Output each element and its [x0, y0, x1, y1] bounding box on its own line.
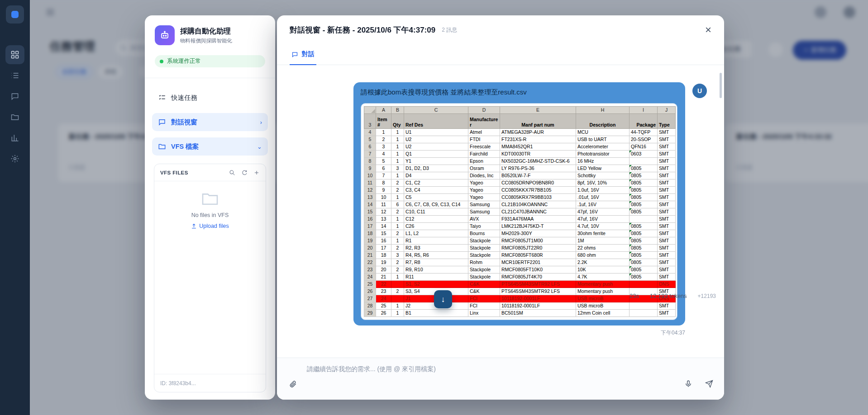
vfs-files-box: VFS FILES No files in VFS Upload files I… [154, 164, 266, 392]
send-button[interactable] [705, 380, 713, 390]
vfs-empty-state: No files in VFS Upload files [154, 191, 266, 231]
usage-stats: 23s 12,193 tokens +12193 [630, 292, 716, 299]
message-input[interactable] [307, 363, 687, 375]
user-avatar: U [692, 84, 707, 98]
assistant-subtitle: 物料報價與採購智能化 [180, 38, 232, 44]
vfs-files-header: VFS FILES [160, 170, 188, 175]
tab-conversation[interactable]: 對話 [290, 44, 316, 65]
bom-spreadsheet-image[interactable]: ABCDEHIJ3Item #QtyRef DesManufacturerMan… [361, 103, 677, 320]
bom-row: 29261B1LinxBC501SM12mm Coin cellSMT [364, 310, 676, 317]
bom-row: 15122C10, C11SamsungCL21C470JBANNNC47pf,… [364, 208, 676, 216]
scroll-to-bottom-button[interactable]: ↓ [434, 290, 452, 308]
tokens-stat: 12,193 tokens [650, 292, 687, 299]
bom-row: 631U2FreescaleMMA8452QR1AccelerometerQFN… [364, 143, 676, 151]
no-files-label: No files in VFS [154, 212, 266, 218]
bom-row: 2724J1FCI10118192-0001LFUSB microBDNS [364, 295, 676, 302]
sidebar-icon-chat[interactable] [5, 87, 24, 106]
microphone-icon [684, 380, 692, 388]
menu-item-quick-tasks[interactable]: 快速任務 [152, 89, 268, 107]
bom-row: 2522S1, S2C&KPTS645SM43SMTR92 LFSMomenta… [364, 281, 676, 288]
bom-row: 19161R1StackpoleRMCF0805JT1M001M0805SMT [364, 237, 676, 245]
bom-row: 20172R2, R3StackpoleRMCF0805JT22R022 ohm… [364, 245, 676, 252]
divider [145, 78, 275, 78]
bom-row: 18152L1, L2BournsMH2029-300Y30ohm ferrit… [364, 230, 676, 237]
sidebar-icon-settings[interactable] [5, 149, 24, 168]
gear-icon [10, 154, 19, 163]
folder-icon [10, 113, 19, 122]
chart-icon [10, 133, 19, 142]
status-badge: 系統運作正常 [155, 55, 265, 67]
app-sidebar [0, 0, 30, 415]
checklist-icon [158, 94, 166, 102]
chat-icon [10, 92, 19, 101]
menu-item-chat-window[interactable]: 對話視窗 › [152, 113, 268, 131]
bom-row: 26232S3, S4C&KPTS645SM43SMTR92 LFSMoment… [364, 288, 676, 295]
message-count-badge: 2 訊息 [442, 26, 457, 34]
sidebar-icon-files[interactable] [5, 108, 24, 127]
search-icon[interactable] [229, 170, 235, 176]
bom-row: 21183R4, R5, R6StackpoleRMCF0805FT680R68… [364, 252, 676, 259]
upload-files-button[interactable]: Upload files [191, 223, 229, 229]
refresh-icon[interactable] [241, 170, 248, 176]
menu-item-vfs-files[interactable]: VFS 檔案 ⌄ [152, 137, 268, 156]
bom-row: 14116C6, C7, C8, C9, C13, C14SamsungCL21… [364, 201, 676, 208]
user-message-bubble: 請根據此bom表搜尋現貨價格 並將結果整理至result.csv ABCDEHI… [353, 82, 685, 325]
tokens-delta: +12193 [698, 293, 716, 299]
chat-dialog: 對話視窗 - 新任務 - 2025/10/6 下午4:37:09 2 訊息 × … [277, 15, 724, 400]
bom-row: 851Y1EpsonNX5032GC-16MHZ-STD-CSK-616 MHz… [364, 158, 676, 165]
dialog-tabbar: 對話 [277, 44, 724, 65]
paperclip-icon [289, 380, 297, 388]
chevron-right-icon: › [260, 119, 262, 126]
bom-row: 1292C3, C4YageoCC0805KKX7R7BB1051.0uf, 1… [364, 187, 676, 194]
sidebar-icon-tasks[interactable] [5, 66, 24, 85]
bom-table: ABCDEHIJ3Item #QtyRef DesManufacturerMan… [364, 106, 676, 317]
plus-icon[interactable] [253, 170, 260, 176]
bom-row: 22192R7, R8RohmMCR10ERTF22012.2K0805SMT [364, 259, 676, 266]
mic-button[interactable] [684, 380, 692, 390]
bom-row: 28251J2FCI10118192-0001LFUSB microBSMT [364, 302, 676, 310]
bom-row: 23202R9, R10StackpoleRMCF0805FT10K010K08… [364, 266, 676, 274]
bom-row: 963D1, D2, D3OsramLY R976-PS-36LED Yello… [364, 165, 676, 172]
scrollbar-thumb[interactable] [720, 73, 722, 98]
sidebar-icon-dashboard[interactable] [5, 45, 24, 64]
bom-row: 24211R11StackpoleRMCF0805JT4K704.7K0805S… [364, 274, 676, 281]
bom-row: 521U2FTDIFT231XS-RUSB to UART20-SSOPSMT [364, 136, 676, 143]
assistant-title: 採購自動化助理 [180, 27, 231, 36]
assistant-logo [155, 25, 175, 45]
chat-scroll-area[interactable]: 請根據此bom表搜尋現貨價格 並將結果整理至result.csv ABCDEHI… [277, 66, 724, 350]
upload-icon [191, 223, 197, 229]
assistant-panel: 採購自動化助理 物料報價與採購智能化 系統運作正常 快速任務 對話視窗 › VF… [145, 15, 275, 400]
send-icon [705, 380, 713, 388]
bom-row: 17141C26TaiyoLMK212BJ475KD-T4.7uf, 10V08… [364, 223, 676, 230]
duration-stat: 23s [630, 292, 639, 299]
bom-row: 411U1AtmelATMEGA328P-AURMCU44-TQFPSMT [364, 129, 676, 136]
bom-row: 1182C1, C2YageoCC0805DRNPO9BN8R08pf, 16V… [364, 179, 676, 187]
grid-icon [10, 50, 19, 59]
sidebar-icon-reports[interactable] [5, 128, 24, 147]
bom-row: 741Q1FairchildKDT00030TRPhototransistor0… [364, 151, 676, 158]
close-icon[interactable]: × [705, 24, 711, 35]
chat-icon [291, 51, 298, 58]
app-logo[interactable] [6, 5, 24, 24]
folder-icon [158, 142, 166, 151]
bom-row: 16131C12AVXF931A476MAA47uf, 16VSMT [364, 216, 676, 223]
message-text: 請根據此bom表搜尋現貨價格 並將結果整理至result.csv [361, 88, 678, 97]
robot-icon [159, 30, 170, 41]
bom-row: 13101C5YageoCC0805KRX7R9BB103.01uf, 16V0… [364, 194, 676, 201]
logo-icon [11, 11, 19, 18]
chevron-down-icon: ⌄ [257, 143, 262, 150]
status-dot-icon [160, 60, 163, 63]
folder-icon [201, 191, 219, 206]
attach-button[interactable] [289, 380, 297, 390]
vfs-session-id: ID: 3f8243b4... [154, 374, 266, 392]
message-composer [277, 358, 724, 400]
list-icon [10, 71, 19, 80]
chat-icon [158, 118, 166, 126]
bom-row: 1071D4Diodes, IncB0520LW-7-FSchottky0805… [364, 172, 676, 179]
message-timestamp: 下午04:37 [595, 329, 685, 337]
dialog-title: 對話視窗 - 新任務 - 2025/10/6 下午4:37:09 [290, 25, 435, 35]
